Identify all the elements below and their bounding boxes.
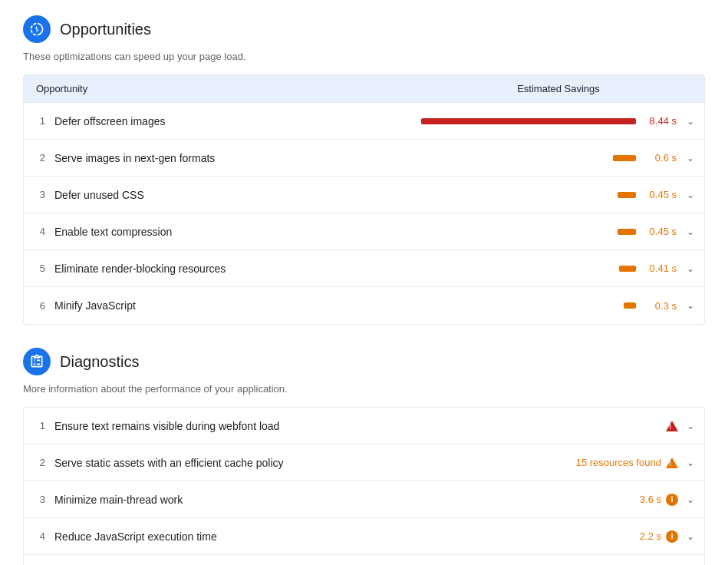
savings-bar (613, 155, 636, 161)
table-row[interactable]: 6 Minify JavaScript 0.3 s ⌄ (24, 287, 704, 324)
row-label: Serve static assets with an efficient ca… (54, 457, 413, 469)
warning-orange-icon (666, 458, 678, 468)
row-label: Enable text compression (54, 226, 413, 238)
diagnostics-subtitle: More information about the performance o… (23, 383, 705, 395)
opportunities-table-header: Opportunity Estimated Savings (24, 75, 704, 103)
row-meta: ⌄ (413, 418, 704, 434)
row-number: 3 (24, 189, 54, 200)
table-row[interactable]: 4 Reduce JavaScript execution time 2.2 s… (24, 518, 704, 555)
row-label: Serve images in next-gen formats (54, 152, 413, 164)
table-row[interactable]: 2 Serve images in next-gen formats 0.6 s… (24, 140, 704, 177)
warning-red-icon (666, 421, 678, 431)
info-orange-icon: i (666, 494, 678, 506)
savings-value: 0.6 s (642, 152, 677, 164)
row-savings: 0.41 s ⌄ (413, 261, 704, 276)
table-row[interactable]: 3 Minimize main-thread work 3.6 s i ⌄ (24, 481, 704, 518)
row-number: 6 (24, 300, 54, 312)
row-label: Defer unused CSS (54, 189, 413, 201)
row-number: 4 (24, 530, 54, 542)
expand-chevron[interactable]: ⌄ (683, 187, 698, 203)
opportunities-header: Opportunities (23, 15, 705, 43)
expand-chevron[interactable]: ⌄ (683, 418, 698, 434)
row-number: 2 (24, 152, 54, 164)
table-row[interactable]: 5 Eliminate render-blocking resources 0.… (24, 250, 704, 287)
table-row[interactable]: 2 Serve static assets with an efficient … (24, 444, 704, 481)
savings-value: 0.45 s (642, 189, 677, 200)
table-row[interactable]: 4 Enable text compression 0.45 s ⌄ (24, 213, 704, 250)
row-label: Eliminate render-blocking resources (54, 263, 413, 275)
opportunities-subtitle: These optimizations can speed up your pa… (23, 51, 705, 62)
info-orange-icon: i (666, 530, 678, 543)
expand-chevron[interactable]: ⌄ (683, 114, 698, 129)
row-label: Defer offscreen images (54, 115, 413, 127)
expand-chevron[interactable]: ⌄ (683, 298, 698, 313)
row-label: Minimize main-thread work (54, 494, 413, 506)
row-savings: 0.45 s ⌄ (413, 224, 704, 240)
savings-bar (618, 192, 636, 198)
row-savings: 0.6 s ⌄ (413, 150, 704, 166)
row-savings: 0.45 s ⌄ (413, 187, 704, 203)
row-meta: 3.6 s i ⌄ (413, 492, 704, 507)
diagnostics-title: Diagnostics (60, 353, 139, 371)
diag-value: 3.6 s (640, 494, 661, 505)
diagnostics-section: Diagnostics More information about the p… (23, 348, 705, 565)
savings-bar (421, 118, 636, 124)
col-savings-header: Estimated Savings (413, 75, 704, 102)
row-meta: 2.2 s i ⌄ (413, 529, 704, 544)
opportunities-section: Opportunities These optimizations can sp… (23, 15, 705, 325)
row-number: 1 (24, 420, 54, 431)
row-label: Ensure text remains visible during webfo… (54, 420, 413, 432)
row-number: 1 (24, 115, 54, 127)
savings-bar (619, 266, 636, 272)
diag-value: 2.2 s (640, 530, 661, 542)
row-number: 3 (24, 494, 54, 505)
opportunities-icon (23, 15, 51, 43)
row-label: Minify JavaScript (54, 299, 413, 312)
row-number: 5 (24, 263, 54, 274)
diagnostics-header: Diagnostics (23, 348, 705, 375)
savings-value: 0.45 s (642, 226, 677, 237)
row-meta: 15 resources found ⌄ (413, 455, 704, 471)
savings-value: 0.41 s (642, 263, 677, 274)
savings-bar (618, 229, 636, 235)
expand-chevron[interactable]: ⌄ (683, 455, 698, 471)
diagnostics-icon (23, 348, 51, 375)
diagnostics-table: 1 Ensure text remains visible during web… (23, 407, 705, 565)
table-row[interactable]: 1 Ensure text remains visible during web… (24, 408, 704, 444)
savings-bar (624, 302, 636, 309)
expand-chevron[interactable]: ⌄ (683, 150, 698, 166)
savings-value: 8.44 s (642, 115, 677, 127)
row-number: 2 (24, 457, 54, 468)
opportunities-table: Opportunity Estimated Savings 1 Defer of… (23, 74, 705, 325)
expand-chevron[interactable]: ⌄ (683, 529, 698, 544)
table-row[interactable]: 3 Defer unused CSS 0.45 s ⌄ (24, 177, 704, 213)
expand-chevron[interactable]: ⌄ (683, 224, 698, 240)
expand-chevron[interactable]: ⌄ (683, 492, 698, 507)
row-label: Reduce JavaScript execution time (54, 530, 413, 543)
row-number: 4 (24, 226, 54, 237)
opportunities-title: Opportunities (60, 21, 151, 38)
savings-value: 0.3 s (642, 300, 677, 312)
resources-found-text: 15 resources found (576, 457, 661, 468)
expand-chevron[interactable]: ⌄ (683, 261, 698, 276)
table-row[interactable]: 1 Defer offscreen images 8.44 s ⌄ (24, 103, 704, 140)
col-opportunity-header: Opportunity (24, 75, 413, 102)
row-savings: 8.44 s ⌄ (413, 114, 704, 129)
table-row[interactable]: 5 Minimize Critical Requests Depth 14 ch… (24, 555, 704, 565)
row-savings: 0.3 s ⌄ (413, 298, 704, 313)
